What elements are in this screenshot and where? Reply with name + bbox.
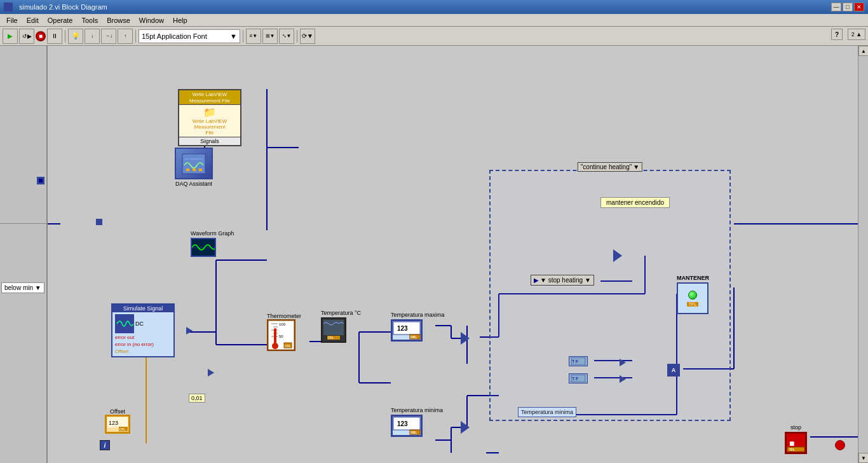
svg-text:DBL: DBL [410, 431, 417, 434]
daq-label: DAQ Assistant [168, 181, 219, 187]
temperatura-maxima-ctrl[interactable]: 123 DBL [391, 319, 423, 342]
stop-icon[interactable]: ■ TFL [785, 432, 807, 454]
step-out-button[interactable]: ↑ [118, 29, 133, 44]
scroll-up-arrow[interactable]: ▲ [858, 46, 868, 56]
simulate-icon [115, 314, 134, 333]
simulate-row-icon: DC [115, 314, 171, 334]
below-min-text: below min ▼ [4, 284, 41, 291]
write-labview-block[interactable]: Write LabVIEW Measurement File 📁 Write L… [178, 89, 241, 146]
mantener-encendido-text: mantener encendido [606, 199, 664, 206]
align-button[interactable]: ≡▼ [246, 29, 261, 44]
simulate-offset-label: Offset [115, 348, 171, 355]
write-labview-title: Write LabVIEW Measurement File [189, 92, 230, 104]
stop-button-label: stop [785, 424, 807, 431]
loop-connector-left [96, 219, 102, 225]
font-dropdown-icon[interactable]: ▼ [230, 32, 237, 40]
below-min-indicator[interactable]: below min ▼ [1, 282, 44, 293]
case-selector[interactable]: "continue heating" ▼ [578, 162, 642, 172]
temperatura-c-icon: DBL [321, 317, 346, 343]
canvas[interactable]: Write LabVIEW Measurement File 📁 Write L… [48, 46, 858, 463]
menu-file[interactable]: File [3, 15, 22, 26]
sim-arrow-out [186, 327, 193, 335]
svg-text:50: 50 [279, 335, 283, 338]
info-icon: i [100, 440, 110, 450]
led-green-indicator [688, 291, 697, 300]
title-controls[interactable]: — □ ✕ [831, 3, 864, 11]
run-button[interactable]: ▶ [3, 29, 18, 44]
simulate-signal-block[interactable]: Simulate Signal DC error out error in (n… [111, 303, 175, 357]
simulate-error-in: error in (no error) [115, 341, 171, 348]
pause-button[interactable]: ⏸ [47, 29, 62, 44]
signals-label: Signals [200, 138, 219, 144]
distribute-button[interactable]: ⊞▼ [262, 29, 278, 44]
stop-heating-selector[interactable]: ▶ ▼ stop heating ▼ [531, 275, 594, 286]
stop-indicator [835, 440, 845, 450]
daq-icon [175, 148, 213, 179]
abort-button[interactable]: ■ [36, 31, 46, 41]
scroll-track-v[interactable] [858, 56, 868, 453]
minimize-button[interactable]: — [831, 3, 841, 11]
temperatura-c-block[interactable]: Temperatura °C DBL [321, 310, 361, 343]
svg-text:DBL: DBL [119, 427, 126, 431]
highlight-button[interactable]: 💡 [68, 29, 83, 44]
menu-edit[interactable]: Edit [23, 15, 43, 26]
thermometer-block[interactable]: Thermometer 100 50 DBL [267, 313, 301, 351]
svg-rect-43 [199, 169, 202, 171]
menu-window[interactable]: Window [135, 15, 168, 26]
font-selector[interactable]: 15pt Application Font ▼ [139, 29, 240, 43]
counter-display: 2 ▲ [848, 29, 865, 40]
temperatura-maxima-block[interactable]: Temperatura maxima 123 DBL [391, 312, 445, 342]
step-into-button[interactable]: ↓ [85, 29, 100, 44]
stop-heating-text: ▼ stop heating ▼ [540, 277, 591, 284]
compare-lt-op [461, 421, 470, 434]
menu-bar: File Edit Operate Tools Browse Window He… [0, 14, 868, 27]
menu-tools[interactable]: Tools [78, 15, 102, 26]
svg-text:123: 123 [397, 420, 408, 427]
menu-browse[interactable]: Browse [103, 15, 134, 26]
svg-text:123: 123 [397, 325, 408, 332]
compare-gt-op [461, 332, 470, 345]
temperatura-c-label: Temperatura °C [321, 310, 361, 316]
mantener-block[interactable]: MANTENER TFL [677, 275, 709, 314]
bool-arrow-1 [620, 359, 626, 366]
sep3 [243, 30, 243, 43]
stop-button-block[interactable]: stop ■ TFL [785, 424, 807, 454]
offset-block[interactable]: Offset 123 DBL [105, 408, 130, 434]
left-panel-top [0, 46, 46, 224]
temperatura-maxima-label: Temperatura maxima [391, 312, 445, 318]
temperatura-minima-block[interactable]: Temperatura minima 123 DBL [391, 407, 443, 437]
svg-text:T F: T F [572, 359, 578, 364]
redraw-button[interactable]: ⟳▼ [300, 29, 315, 44]
wire-layer [48, 46, 858, 463]
run-continuously-button[interactable]: ↺▶ [19, 29, 34, 44]
simulate-signal-label: Simulate Signal [123, 305, 163, 312]
menu-operate[interactable]: Operate [44, 15, 77, 26]
scroll-down-arrow[interactable]: ▼ [858, 453, 868, 463]
temperatura-minima-label: Temperatura minima [391, 407, 443, 413]
svg-rect-41 [186, 169, 189, 171]
temperatura-minima-ctrl[interactable]: 123 DBL [391, 415, 423, 437]
waveform-graph-icon [191, 238, 216, 257]
scroll-connector-top [37, 177, 44, 184]
svg-text:T F: T F [572, 377, 578, 381]
help-button[interactable]: ? [831, 29, 843, 40]
close-button[interactable]: ✕ [854, 3, 864, 11]
resize-button[interactable]: ⤡▼ [279, 29, 294, 44]
title-bar: simulado 2.vi Block Diagram — □ ✕ [0, 0, 868, 14]
simulate-error-out: error out [115, 334, 171, 341]
step-over-button[interactable]: →↓ [101, 29, 116, 44]
right-scrollbar[interactable]: ▲ ▼ [858, 46, 868, 463]
daq-assistant-block[interactable]: DAQ Assistant [168, 148, 219, 187]
maximize-button[interactable]: □ [843, 3, 853, 11]
waveform-graph-block[interactable]: Waveform Graph [191, 230, 234, 257]
mantener-title: MANTENER [677, 275, 709, 281]
write-labview-header: Write LabVIEW Measurement File [179, 90, 240, 105]
svg-text:DBL: DBL [328, 336, 334, 340]
thermometer-label: Thermometer [267, 313, 301, 319]
case-dropdown-icon[interactable]: ▼ [633, 163, 639, 170]
simulate-signal-header: Simulate Signal [112, 305, 173, 312]
write-labview-signals: Signals [179, 137, 240, 145]
window-title-group: simulado 2.vi Block Diagram [4, 3, 107, 11]
menu-help[interactable]: Help [169, 15, 191, 26]
mantener-encendido-label: mantener encendido [600, 197, 670, 208]
